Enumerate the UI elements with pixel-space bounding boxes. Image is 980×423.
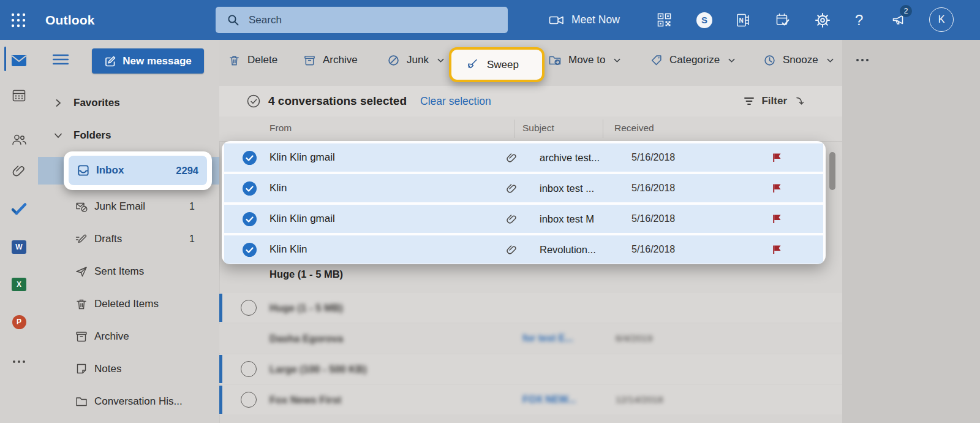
command-bar: Delete Archive Junk <box>219 40 842 86</box>
row-checkbox-circle[interactable] <box>241 300 257 316</box>
more-commands-icon[interactable] <box>856 40 869 80</box>
message-subject: archive test... <box>540 152 624 164</box>
row-checkbox-circle[interactable] <box>241 361 257 377</box>
selected-check-icon[interactable] <box>242 150 257 166</box>
message-row[interactable]: Klin Klin Revolution... 5/16/2018 <box>224 235 823 264</box>
calendar-icon[interactable] <box>0 82 38 109</box>
message-subject: inbox test ... <box>540 183 624 194</box>
sidebar-item-notes[interactable]: Notes <box>38 352 219 385</box>
search-icon <box>227 13 240 27</box>
sidebar-item-drafts[interactable]: Drafts 1 <box>38 223 219 255</box>
selected-conversations-callout: Klin Klin gmail archive test... 5/16/201… <box>222 141 826 264</box>
selected-check-icon[interactable] <box>242 242 257 257</box>
trash-icon <box>75 297 88 311</box>
clear-selection-link[interactable]: Clear selection <box>420 95 491 108</box>
filter-button[interactable]: Filter <box>743 95 805 107</box>
sidebar-item-conversation-history[interactable]: Conversation His... <box>38 385 219 417</box>
favorites-section[interactable]: Favorites <box>38 93 219 113</box>
sidebar-item-sent-items[interactable]: Sent Items <box>38 255 219 288</box>
meet-now-button[interactable]: Meet Now <box>549 0 620 40</box>
list-scrollbar-thumb[interactable] <box>829 152 835 190</box>
sidebar-item-archive[interactable]: Archive <box>38 320 219 352</box>
people-icon[interactable] <box>0 126 38 153</box>
more-apps-icon[interactable] <box>0 348 38 375</box>
column-received[interactable]: Received <box>614 123 654 134</box>
notes-icon <box>75 362 88 376</box>
row-checkbox-circle[interactable] <box>241 392 257 408</box>
unread-indicator <box>219 294 222 322</box>
message-row[interactable]: Klin Klin gmail archive test... 5/16/201… <box>224 143 823 172</box>
bookings-icon[interactable] <box>775 0 791 40</box>
app-launcher-icon[interactable] <box>10 12 27 29</box>
flag-icon[interactable] <box>771 152 782 163</box>
message-row-blurred[interactable]: Dasha Egorova for test E... 6/4/2019 <box>219 324 842 353</box>
qr-code-icon[interactable] <box>657 0 672 40</box>
size-group-header: Huge (1 - 5 MB) <box>270 269 343 280</box>
powerpoint-icon[interactable]: P <box>0 308 38 335</box>
video-camera-icon <box>549 13 564 27</box>
sidebar-item-inbox[interactable]: Inbox 2294 <box>69 156 207 185</box>
categorize-button[interactable]: Categorize <box>650 40 736 80</box>
onenote-icon[interactable]: N <box>735 0 751 40</box>
app-rail: W X P <box>0 40 38 423</box>
sidebar-item-deleted-items[interactable]: Deleted Items <box>38 288 219 320</box>
move-to-label: Move to <box>568 54 605 66</box>
inbox-label: Inbox <box>96 164 124 177</box>
word-icon[interactable]: W <box>0 234 38 261</box>
column-subject[interactable]: Subject <box>522 123 554 134</box>
todo-check-icon[interactable] <box>0 196 38 223</box>
settings-gear-icon[interactable] <box>815 0 831 40</box>
chevron-right-icon <box>54 99 62 107</box>
message-row[interactable]: Klin inbox test ... 5/16/2018 <box>224 174 823 202</box>
move-to-button[interactable]: Move to <box>548 40 621 80</box>
mail-icon[interactable] <box>0 47 38 74</box>
folder-count: 1 <box>189 234 195 245</box>
message-row[interactable]: Klin Klin gmail inbox test M 5/16/2018 <box>224 205 823 233</box>
column-from[interactable]: From <box>270 123 292 134</box>
onenote-letter: N <box>739 17 744 24</box>
search-input[interactable] <box>249 14 481 26</box>
sidebar-item-junk-email[interactable]: Junk Email 1 <box>38 190 219 223</box>
snooze-button[interactable]: Snooze <box>763 40 834 80</box>
new-message-label: New message <box>123 55 191 67</box>
whats-new-megaphone-icon[interactable]: 2 <box>891 0 908 40</box>
word-letter: W <box>15 243 22 251</box>
message-from: Large (100 - 500 KB) <box>270 364 367 375</box>
excel-icon[interactable]: X <box>0 271 38 298</box>
junk-email-icon <box>75 200 88 213</box>
message-subject: inbox test M <box>540 213 624 225</box>
flag-icon[interactable] <box>771 213 782 224</box>
skype-letter: S <box>701 15 707 25</box>
folders-section[interactable]: Folders <box>38 125 219 146</box>
flag-icon[interactable] <box>771 244 782 255</box>
filter-label: Filter <box>761 95 787 107</box>
new-message-button[interactable]: New message <box>92 48 204 74</box>
attachments-paperclip-icon[interactable] <box>0 157 38 184</box>
circled-check-icon[interactable] <box>246 94 261 109</box>
skype-icon[interactable]: S <box>696 0 712 40</box>
selected-check-icon[interactable] <box>242 212 257 227</box>
account-avatar[interactable]: K <box>929 7 954 32</box>
selected-check-icon[interactable] <box>242 181 257 196</box>
block-icon <box>387 54 400 67</box>
flag-icon[interactable] <box>771 183 782 194</box>
clock-icon <box>763 54 776 67</box>
junk-button[interactable]: Junk <box>387 40 445 80</box>
delete-button[interactable]: Delete <box>228 40 277 80</box>
hamburger-menu-icon[interactable] <box>53 53 69 66</box>
attachment-paperclip-icon <box>506 151 518 164</box>
powerpoint-letter: P <box>17 318 21 326</box>
archive-button[interactable]: Archive <box>303 40 358 80</box>
message-row-blurred[interactable]: Huge (1 - 5 MB) <box>219 293 842 322</box>
message-row-blurred[interactable]: Fox News First FOX NEW... 12/14/2018 <box>219 385 842 414</box>
unread-indicator <box>219 355 222 383</box>
help-icon[interactable]: ? <box>855 0 863 40</box>
folder-label: Junk Email <box>94 200 145 213</box>
search-bar[interactable] <box>216 7 508 33</box>
favorites-label: Favorites <box>74 97 120 109</box>
sweep-button-highlighted[interactable]: Sweep <box>449 47 545 82</box>
message-row-blurred[interactable]: Large (100 - 500 KB) <box>219 354 842 384</box>
sort-arrow-icon <box>793 95 805 107</box>
folders-label: Folders <box>74 129 111 142</box>
avatar-initial: K <box>938 14 945 25</box>
